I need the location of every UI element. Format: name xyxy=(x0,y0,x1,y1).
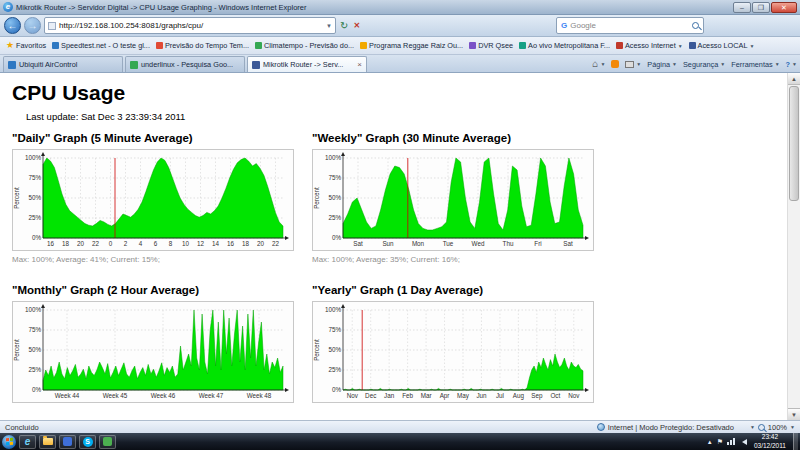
svg-text:Week 48: Week 48 xyxy=(247,392,272,399)
svg-text:75%: 75% xyxy=(28,174,41,181)
url-dropdown-icon[interactable]: ▼ xyxy=(326,23,332,29)
scroll-down-icon[interactable]: ▼ xyxy=(788,408,800,420)
chevron-down-icon: ▼ xyxy=(790,424,795,430)
svg-text:16: 16 xyxy=(47,240,55,247)
chevron-down-icon: ▼ xyxy=(720,61,725,67)
svg-text:Week 46: Week 46 xyxy=(151,392,176,399)
feeds-button[interactable] xyxy=(611,60,619,68)
favorites-button[interactable]: ★ Favoritos xyxy=(4,40,50,51)
taskbar-clock[interactable]: 23:42 03/12/2011 xyxy=(751,433,789,449)
favorite-item[interactable]: Climatempo - Previsão do... xyxy=(253,40,358,51)
tab-favicon-icon xyxy=(8,61,16,69)
volume-icon[interactable] xyxy=(739,439,747,445)
print-button[interactable]: ▼ xyxy=(625,61,641,68)
taskbar-explorer-button[interactable] xyxy=(39,435,56,449)
help-button[interactable]: ?▼ xyxy=(786,60,797,69)
tray-expand-icon[interactable]: ▲ xyxy=(707,439,713,445)
svg-text:50%: 50% xyxy=(328,194,341,201)
tab-favicon-icon xyxy=(130,61,138,69)
close-button[interactable]: ✕ xyxy=(771,2,797,13)
favorite-item[interactable]: Acesso LOCAL▼ xyxy=(687,40,759,51)
taskbar-app-button[interactable] xyxy=(59,435,76,449)
safety-menu-button[interactable]: Segurança▼ xyxy=(683,60,725,69)
start-button[interactable] xyxy=(2,435,16,449)
svg-text:20: 20 xyxy=(257,240,265,247)
tab-underlinux[interactable]: underlinux - Pesquisa Goo... xyxy=(125,56,245,72)
back-button[interactable]: ← xyxy=(4,17,21,34)
vertical-scrollbar[interactable]: ▲ ▼ xyxy=(787,73,800,420)
svg-text:25%: 25% xyxy=(328,366,341,373)
page-favicon-icon xyxy=(48,22,56,30)
favicon-icon xyxy=(469,42,476,49)
tools-menu-button[interactable]: Ferramentas▼ xyxy=(731,60,779,69)
page-menu-button[interactable]: Página▼ xyxy=(647,60,677,69)
svg-text:20: 20 xyxy=(77,240,85,247)
show-desktop-button[interactable] xyxy=(793,433,798,450)
scrollbar-thumb[interactable] xyxy=(789,86,799,201)
monthly-graph-section: "Monthly" Graph (2 Hour Average) 0%25%50… xyxy=(12,284,304,403)
svg-text:Feb: Feb xyxy=(402,392,413,399)
favicon-icon xyxy=(360,42,367,49)
address-field[interactable]: http://192.168.100.254:8081/graphs/cpu/ … xyxy=(44,17,336,34)
daily-graph-image: 0%25%50%75%100%1618202202468101214161820… xyxy=(12,149,294,251)
svg-text:Mon: Mon xyxy=(412,240,425,247)
weekly-graph-stats: Max: 100%; Average: 35%; Current: 16%; xyxy=(312,255,604,264)
page-title: CPU Usage xyxy=(12,81,787,105)
svg-text:18: 18 xyxy=(242,240,250,247)
tab-mikrotik-active[interactable]: Mikrotik Router -> Serv... × xyxy=(247,56,367,72)
daily-graph-title: "Daily" Graph (5 Minute Average) xyxy=(12,132,304,144)
taskbar-ie-button[interactable]: e xyxy=(19,435,36,449)
chevron-down-icon: ▼ xyxy=(750,43,755,49)
svg-text:0%: 0% xyxy=(32,386,42,393)
weekly-graph-image: 0%25%50%75%100%SatSunMonTueWedThuFriSatP… xyxy=(312,149,594,251)
daily-graph-section: "Daily" Graph (5 Minute Average) 0%25%50… xyxy=(12,132,304,264)
favorite-item[interactable]: DVR Qsee xyxy=(467,40,517,51)
app-icon xyxy=(103,437,112,446)
svg-text:25%: 25% xyxy=(28,366,41,373)
search-input[interactable]: G Google xyxy=(556,17,704,34)
action-center-icon[interactable]: ⚑ xyxy=(717,438,723,446)
tab-close-icon[interactable]: × xyxy=(357,60,362,69)
globe-icon xyxy=(597,423,605,431)
zoom-control[interactable]: ▼ 100% ▼ xyxy=(750,423,795,432)
network-icon[interactable] xyxy=(727,438,735,445)
svg-text:12: 12 xyxy=(197,240,205,247)
scroll-up-icon[interactable]: ▲ xyxy=(788,73,800,85)
favorite-item[interactable]: Programa Reggae Raiz Ou... xyxy=(358,40,467,51)
svg-text:14: 14 xyxy=(212,240,220,247)
yearly-graph-section: "Yearly" Graph (1 Day Average) 0%25%50%7… xyxy=(312,284,604,403)
svg-text:2: 2 xyxy=(124,240,128,247)
favorite-item[interactable]: Acesso Internet▼ xyxy=(614,40,687,51)
svg-text:22: 22 xyxy=(272,240,280,247)
ie-icon: e xyxy=(25,437,31,447)
search-icon[interactable] xyxy=(692,22,699,29)
svg-text:6: 6 xyxy=(154,240,158,247)
favorite-item[interactable]: Ao vivo Metropolitana F... xyxy=(517,40,614,51)
home-button[interactable]: ⌂▼ xyxy=(592,59,605,69)
stop-icon[interactable]: ✕ xyxy=(352,21,361,30)
window-title: Mikrotik Router -> Servidor Digital -> C… xyxy=(16,3,729,12)
page-content: CPU Usage Last update: Sat Dec 3 23:39:3… xyxy=(0,73,787,420)
chevron-down-icon: ▼ xyxy=(775,61,780,67)
svg-text:75%: 75% xyxy=(328,174,341,181)
maximize-button[interactable]: ❐ xyxy=(752,2,770,13)
taskbar-skype-button[interactable]: S xyxy=(79,435,96,449)
system-tray: ▲ ⚑ 23:42 03/12/2011 xyxy=(707,433,798,450)
svg-text:Week 47: Week 47 xyxy=(199,392,224,399)
forward-button[interactable]: → xyxy=(24,17,41,34)
favicon-icon xyxy=(52,42,59,49)
favorite-item[interactable]: Speedtest.net - O teste gl... xyxy=(50,40,154,51)
svg-text:Apr: Apr xyxy=(440,392,450,400)
address-bar: ← → http://192.168.100.254:8081/graphs/c… xyxy=(0,15,800,37)
taskbar-app-button[interactable] xyxy=(99,435,116,449)
ie-icon: e xyxy=(3,2,13,12)
tab-ubiquiti[interactable]: Ubiquiti AirControl xyxy=(3,56,123,72)
favorite-item[interactable]: Previsão do Tempo Tem... xyxy=(154,40,253,51)
status-bar: Concluído Internet | Modo Protegido: Des… xyxy=(0,420,800,433)
svg-text:Oct: Oct xyxy=(550,392,560,399)
svg-text:Sun: Sun xyxy=(382,240,394,247)
refresh-icon[interactable]: ↻ xyxy=(339,20,349,31)
browser-window: e Mikrotik Router -> Servidor Digital ->… xyxy=(0,0,800,450)
minimize-button[interactable]: – xyxy=(733,2,751,13)
url-text: http://192.168.100.254:8081/graphs/cpu/ xyxy=(59,21,203,30)
